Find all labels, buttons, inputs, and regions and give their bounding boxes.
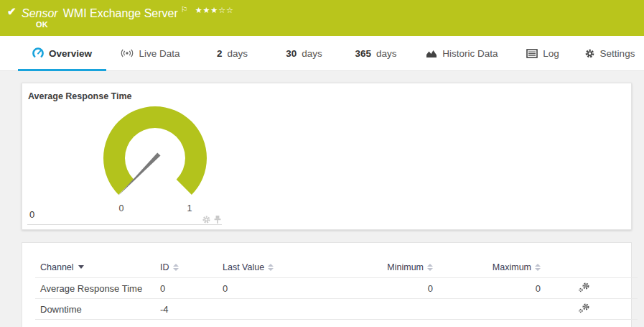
sort-icon xyxy=(427,264,433,271)
pin-icon[interactable] xyxy=(213,215,222,224)
tab-overview[interactable]: Overview xyxy=(18,36,106,70)
sensor-tabbar: Overview Live Data 2 days 30 days 365 da… xyxy=(0,36,644,71)
tab-label: Live Data xyxy=(139,48,179,59)
sensor-status-header: ✔ SensorWMI Exchange Server⚐★★★☆☆ OK xyxy=(0,0,644,36)
priority-stars[interactable]: ★★★☆☆ xyxy=(195,6,234,14)
col-header-id[interactable]: ID xyxy=(160,257,223,278)
tab-live-data[interactable]: Live Data xyxy=(106,36,195,70)
gauge-scale-min: 0 xyxy=(116,203,127,213)
col-header-maximum[interactable]: Maximum xyxy=(433,257,541,278)
stars-filled[interactable]: ★★★ xyxy=(195,6,219,14)
channel-table: Channel ID Last Value Minimum Maximum Av… xyxy=(35,257,638,320)
tab-2-days[interactable]: 2 days xyxy=(195,36,270,70)
table-row[interactable]: Average Response Time 0 0 0 0 xyxy=(35,278,638,299)
gauge-panel: Average Response Time 0 1 0 xyxy=(22,83,632,230)
edit-channel-gears-icon[interactable] xyxy=(578,282,590,295)
cell-maximum: 0 xyxy=(433,278,541,299)
log-icon xyxy=(526,49,538,58)
col-header-channel[interactable]: Channel xyxy=(35,257,160,278)
cell-channel: Downtime xyxy=(35,299,160,320)
gauge-baseline xyxy=(27,224,222,225)
col-header-minimum[interactable]: Minimum xyxy=(343,257,433,278)
cell-last-value xyxy=(223,299,343,320)
tab-number: 365 xyxy=(355,48,371,59)
sensor-title-line: SensorWMI Exchange Server⚐★★★☆☆ xyxy=(22,5,234,20)
gear-icon xyxy=(584,48,595,59)
tab-historic-data[interactable]: Historic Data xyxy=(414,36,510,70)
tab-365-days[interactable]: 365 days xyxy=(338,36,414,70)
cell-maximum xyxy=(433,299,541,320)
col-header-last-value[interactable]: Last Value xyxy=(223,257,343,278)
tab-settings[interactable]: Settings xyxy=(575,36,644,70)
sort-desc-icon xyxy=(78,265,84,269)
tab-label: Settings xyxy=(600,48,635,59)
status-check-icon: ✔ xyxy=(7,5,17,18)
channel-table-header-row: Channel ID Last Value Minimum Maximum xyxy=(35,257,638,278)
cell-channel: Average Response Time xyxy=(35,278,160,299)
gauge-arc xyxy=(103,106,207,195)
tab-label: days xyxy=(227,48,248,59)
gauge-baseline-value: 0 xyxy=(29,209,34,220)
cell-id: 0 xyxy=(160,278,223,299)
cell-last-value: 0 xyxy=(223,278,343,299)
cell-minimum xyxy=(343,299,433,320)
tab-30-days[interactable]: 30 days xyxy=(270,36,338,70)
gauge-settings-gear-icon[interactable] xyxy=(202,215,211,224)
sort-icon xyxy=(268,264,274,271)
tab-number: 30 xyxy=(286,48,297,59)
edit-channel-gears-icon[interactable] xyxy=(578,303,590,316)
broadcast-icon xyxy=(121,48,134,58)
tab-number: 2 xyxy=(217,48,223,59)
tab-log[interactable]: Log xyxy=(510,36,575,70)
response-time-gauge xyxy=(22,83,252,227)
cell-minimum: 0 xyxy=(343,278,433,299)
table-row[interactable]: Downtime -4 xyxy=(35,299,638,320)
col-header-actions xyxy=(541,257,638,278)
tab-label: days xyxy=(302,48,322,59)
tab-label: Log xyxy=(543,48,559,59)
gauge-icon xyxy=(32,47,44,59)
channel-table-panel: Channel ID Last Value Minimum Maximum Av… xyxy=(22,242,632,327)
gauge-scale-max: 1 xyxy=(184,203,195,213)
sort-icon xyxy=(535,264,541,271)
sensor-name: WMI Exchange Server xyxy=(63,7,178,19)
gauge-mini-toolbar xyxy=(202,215,222,224)
status-badge: OK xyxy=(36,20,48,29)
flag-icon[interactable]: ⚐ xyxy=(181,5,188,14)
tab-label: days xyxy=(376,48,397,59)
sort-icon xyxy=(173,264,179,271)
cell-id: -4 xyxy=(160,299,223,320)
tab-label: Overview xyxy=(49,48,92,59)
area-chart-icon xyxy=(426,48,437,58)
sensor-kind-label: Sensor xyxy=(22,7,58,19)
tab-label: Historic Data xyxy=(442,48,498,59)
stars-empty[interactable]: ☆☆ xyxy=(218,6,234,14)
